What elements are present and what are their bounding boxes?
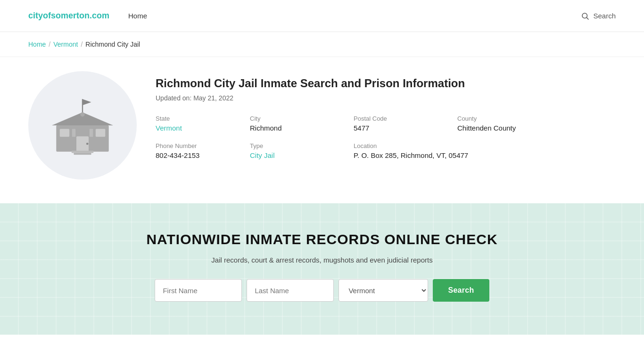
info-phone: Phone Number 802-434-2153 [156, 142, 250, 159]
svg-rect-9 [72, 129, 75, 137]
info-postal: Postal Code 5477 [354, 115, 457, 132]
facility-building-icon [47, 95, 118, 156]
facility-title: Richmond City Jail Inmate Search and Pri… [156, 76, 616, 90]
location-value: P. O. Box 285, Richmond, VT, 05477 [354, 151, 616, 159]
info-location: Location P. O. Box 285, Richmond, VT, 05… [354, 142, 616, 159]
svg-rect-12 [72, 151, 93, 153]
type-label: Type [250, 142, 354, 149]
svg-point-14 [80, 112, 84, 116]
last-name-input[interactable] [247, 279, 334, 302]
breadcrumb-sep-1: / [49, 41, 50, 48]
svg-marker-3 [83, 99, 91, 105]
info-state: State Vermont [156, 115, 250, 132]
breadcrumb-state[interactable]: Vermont [53, 41, 78, 48]
nav-home[interactable]: Home [128, 12, 147, 20]
svg-rect-13 [74, 153, 91, 155]
state-label: State [156, 115, 250, 122]
breadcrumb-home[interactable]: Home [28, 41, 46, 48]
info-county: County Chittenden County [457, 115, 616, 132]
county-label: County [457, 115, 616, 122]
svg-line-1 [587, 17, 589, 19]
phone-value: 802-434-2153 [156, 151, 250, 159]
info-grid: State Vermont City Richmond Postal Code … [156, 115, 616, 159]
facility-section: Richmond City Jail Inmate Search and Pri… [28, 71, 616, 180]
city-value: Richmond [250, 124, 354, 132]
search-form: AlabamaAlaskaArizonaArkansasCaliforniaCo… [28, 279, 616, 302]
svg-point-7 [86, 143, 89, 145]
location-label: Location [354, 142, 616, 149]
breadcrumb-current: Richmond City Jail [85, 41, 140, 48]
nationwide-section: NATIONWIDE INMATE RECORDS ONLINE CHECK J… [0, 203, 644, 335]
county-value: Chittenden County [457, 124, 616, 132]
facility-image [28, 71, 137, 180]
state-select[interactable]: AlabamaAlaskaArizonaArkansasCaliforniaCo… [339, 279, 428, 302]
state-value[interactable]: Vermont [156, 124, 182, 132]
header: cityofsomerton.com Home Search [0, 0, 644, 32]
postal-value: 5477 [354, 124, 457, 132]
nationwide-title: NATIONWIDE INMATE RECORDS ONLINE CHECK [28, 231, 616, 247]
header-search[interactable]: Search [581, 12, 616, 20]
main-content: Richmond City Jail Inmate Search and Pri… [0, 57, 644, 203]
svg-point-0 [582, 13, 587, 18]
logo[interactable]: cityofsomerton.com [28, 11, 109, 21]
facility-info: Richmond City Jail Inmate Search and Pri… [156, 71, 616, 159]
svg-rect-11 [90, 129, 93, 137]
search-icon [581, 12, 589, 20]
svg-rect-10 [96, 129, 105, 137]
breadcrumb-sep-2: / [81, 41, 83, 48]
header-search-label: Search [593, 12, 616, 20]
header-left: cityofsomerton.com Home [28, 11, 147, 21]
postal-label: Postal Code [354, 115, 457, 122]
breadcrumb: Home / Vermont / Richmond City Jail [0, 32, 644, 57]
phone-label: Phone Number [156, 142, 250, 149]
facility-updated: Updated on: May 21, 2022 [156, 94, 616, 102]
type-value[interactable]: City Jail [250, 151, 275, 159]
info-type: Type City Jail [250, 142, 354, 159]
city-label: City [250, 115, 354, 122]
nationwide-subtitle: Jail records, court & arrest records, mu… [28, 256, 616, 264]
svg-rect-8 [60, 129, 69, 137]
first-name-input[interactable] [155, 279, 242, 302]
search-button[interactable]: Search [433, 279, 489, 302]
info-city: City Richmond [250, 115, 354, 132]
